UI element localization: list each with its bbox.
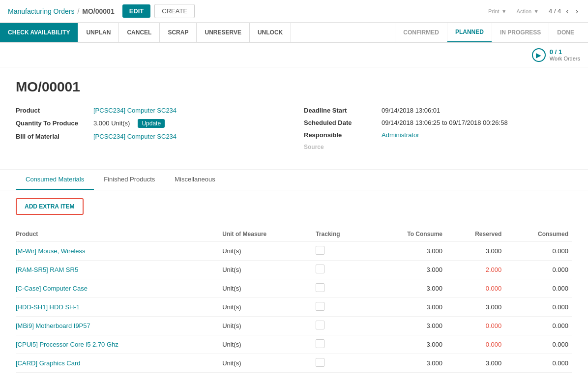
responsible-field: Responsible Administrator xyxy=(304,131,572,139)
cell-uom: Unit(s) xyxy=(222,317,316,335)
quantity-value: 3.000 Unit(s) xyxy=(93,119,130,127)
add-extra-item-button[interactable]: ADD EXTRA ITEM xyxy=(16,198,84,215)
responsible-value[interactable]: Administrator xyxy=(382,131,419,139)
cell-reserved: 3.000 xyxy=(446,354,505,373)
unreserve-button[interactable]: UNRESERVE xyxy=(197,23,249,42)
cell-tracking[interactable] xyxy=(316,317,370,335)
cell-tracking[interactable] xyxy=(316,298,370,317)
breadcrumb-separator: / xyxy=(77,7,79,15)
action-dropdown[interactable]: Action ▼ xyxy=(517,8,539,14)
responsible-label: Responsible xyxy=(304,131,378,139)
cell-consumed: 0.000 xyxy=(505,354,572,373)
breadcrumb-parent[interactable]: Manufacturing Orders xyxy=(8,7,74,15)
print-chevron-icon: ▼ xyxy=(501,8,507,14)
materials-table: Product Unit of Measure Tracking To Cons… xyxy=(16,227,572,373)
tracking-checkbox[interactable] xyxy=(316,321,324,329)
cancel-button[interactable]: CANCEL xyxy=(119,23,160,42)
update-button[interactable]: Update xyxy=(138,119,165,128)
action-chevron-icon: ▼ xyxy=(533,8,539,14)
check-availability-button[interactable]: CHECK AVAILABILITY xyxy=(0,23,78,42)
print-dropdown[interactable]: Print ▼ xyxy=(488,8,507,14)
cell-reserved: 3.000 xyxy=(446,242,505,261)
scheduled-value: 09/14/2018 13:06:25 to 09/17/2018 00:26:… xyxy=(382,119,508,126)
cell-to-consume: 3.000 xyxy=(370,335,446,354)
deadline-field: Deadline Start 09/14/2018 13:06:01 xyxy=(304,107,572,114)
mo-title: MO/00001 xyxy=(16,79,572,95)
cell-consumed: 0.000 xyxy=(505,242,572,261)
cell-product[interactable]: [CARD] Graphics Card xyxy=(16,354,222,373)
breadcrumb-current: MO/00001 xyxy=(82,7,114,15)
create-button[interactable]: CREATE xyxy=(154,4,195,18)
status-done[interactable]: DONE xyxy=(549,23,582,42)
cell-uom: Unit(s) xyxy=(222,261,316,279)
cell-tracking[interactable] xyxy=(316,335,370,354)
cell-tracking[interactable] xyxy=(316,354,370,373)
cell-consumed: 0.000 xyxy=(505,317,572,335)
cell-to-consume: 3.000 xyxy=(370,298,446,317)
cell-to-consume: 3.000 xyxy=(370,279,446,298)
col-to-consume: To Consume xyxy=(370,227,446,242)
unplan-button[interactable]: UNPLAN xyxy=(78,23,119,42)
cell-reserved: 0.000 xyxy=(446,317,505,335)
breadcrumb: Manufacturing Orders / MO/00001 xyxy=(8,7,115,15)
tab-content: ADD EXTRA ITEM Product Unit of Measure T… xyxy=(0,190,588,385)
top-actions: EDIT CREATE xyxy=(122,4,195,18)
tracking-checkbox[interactable] xyxy=(316,358,324,367)
scheduled-label: Scheduled Date xyxy=(304,119,378,126)
cell-tracking[interactable] xyxy=(316,242,370,261)
product-label: Product xyxy=(16,107,89,114)
action-label: Action xyxy=(517,8,532,14)
cell-product[interactable]: [MBi9] Motherboard I9P57 xyxy=(16,317,222,335)
table-row: [M-Wir] Mouse, Wireless Unit(s) 3.000 3.… xyxy=(16,242,572,261)
table-row: [C-Case] Computer Case Unit(s) 3.000 0.0… xyxy=(16,279,572,298)
table-row: [HDD-SH1] HDD SH-1 Unit(s) 3.000 3.000 0… xyxy=(16,298,572,317)
tabs: Consumed Materials Finished Products Mis… xyxy=(16,170,572,190)
cell-to-consume: 3.000 xyxy=(370,261,446,279)
table-row: [CARD] Graphics Card Unit(s) 3.000 3.000… xyxy=(16,354,572,373)
cell-reserved: 3.000 xyxy=(446,298,505,317)
deadline-label: Deadline Start xyxy=(304,107,378,114)
cell-consumed: 0.000 xyxy=(505,298,572,317)
cell-reserved: 0.000 xyxy=(446,279,505,298)
tracking-checkbox[interactable] xyxy=(316,339,324,348)
cell-product[interactable]: [RAM-SR5] RAM SR5 xyxy=(16,261,222,279)
work-orders-count: 0 / 1 xyxy=(550,48,580,56)
col-consumed: Consumed xyxy=(505,227,572,242)
tracking-checkbox[interactable] xyxy=(316,283,324,292)
edit-button[interactable]: EDIT xyxy=(122,4,151,18)
bom-value[interactable]: [PCSC234] Computer SC234 xyxy=(93,133,176,140)
cell-to-consume: 3.000 xyxy=(370,317,446,335)
status-confirmed[interactable]: CONFIRMED xyxy=(395,23,447,42)
action-bar: CHECK AVAILABILITY UNPLAN CANCEL SCRAP U… xyxy=(0,23,588,43)
bom-label: Bill of Material xyxy=(16,133,89,140)
tracking-checkbox[interactable] xyxy=(316,265,324,273)
cell-tracking[interactable] xyxy=(316,261,370,279)
cell-to-consume: 3.000 xyxy=(370,242,446,261)
pagination: 4 / 4 ‹ › xyxy=(549,7,580,16)
table-row: [RAM-SR5] RAM SR5 Unit(s) 3.000 2.000 0.… xyxy=(16,261,572,279)
pagination-prev-button[interactable]: ‹ xyxy=(564,7,570,16)
unlock-button[interactable]: UNLOCK xyxy=(250,23,291,42)
tab-finished-products[interactable]: Finished Products xyxy=(94,170,165,190)
pagination-next-button[interactable]: › xyxy=(574,7,580,16)
status-planned[interactable]: PLANNED xyxy=(447,23,492,42)
work-orders-widget[interactable]: ▶ 0 / 1 Work Orders xyxy=(532,48,580,62)
pagination-count: 4 / 4 xyxy=(549,7,561,15)
cell-product[interactable]: [HDD-SH1] HDD SH-1 xyxy=(16,298,222,317)
cell-product[interactable]: [C-Case] Computer Case xyxy=(16,279,222,298)
scrap-button[interactable]: SCRAP xyxy=(160,23,197,42)
action-bar-left: CHECK AVAILABILITY UNPLAN CANCEL SCRAP U… xyxy=(0,23,389,42)
tab-consumed-materials[interactable]: Consumed Materials xyxy=(16,170,94,190)
tracking-checkbox[interactable] xyxy=(316,302,324,311)
status-in-progress[interactable]: IN PROGRESS xyxy=(492,23,549,42)
cell-product[interactable]: [CPUi5] Processor Core i5 2.70 Ghz xyxy=(16,335,222,354)
work-orders-label: Work Orders xyxy=(550,56,580,61)
cell-tracking[interactable] xyxy=(316,279,370,298)
source-label: Source xyxy=(304,144,378,150)
product-value[interactable]: [PCSC234] Computer SC234 xyxy=(93,107,176,114)
main-content: ▶ 0 / 1 Work Orders MO/00001 Product [PC… xyxy=(0,43,588,385)
cell-consumed: 0.000 xyxy=(505,261,572,279)
cell-product[interactable]: [M-Wir] Mouse, Wireless xyxy=(16,242,222,261)
tab-miscellaneous[interactable]: Miscellaneous xyxy=(165,170,225,190)
tracking-checkbox[interactable] xyxy=(316,246,324,255)
